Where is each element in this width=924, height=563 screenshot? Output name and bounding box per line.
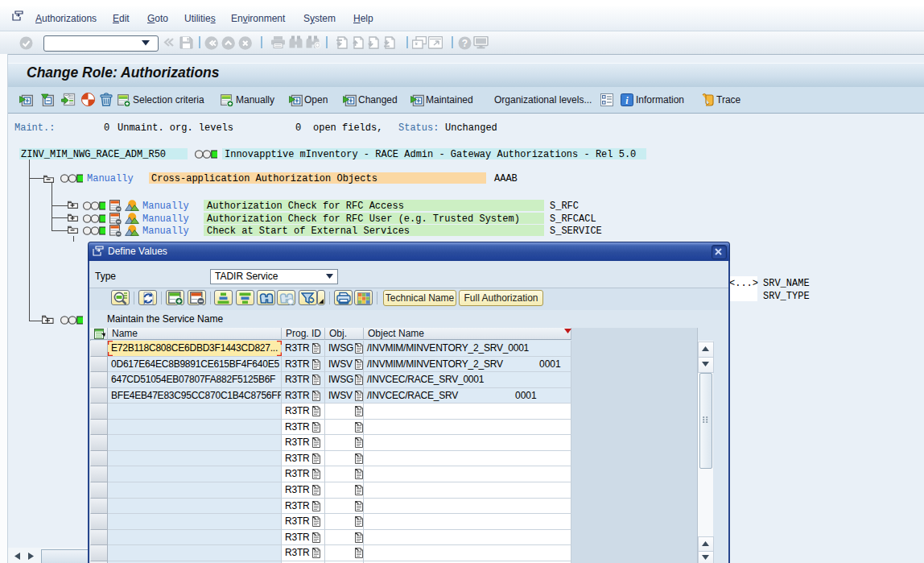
svg-text:?: ? xyxy=(462,38,468,49)
